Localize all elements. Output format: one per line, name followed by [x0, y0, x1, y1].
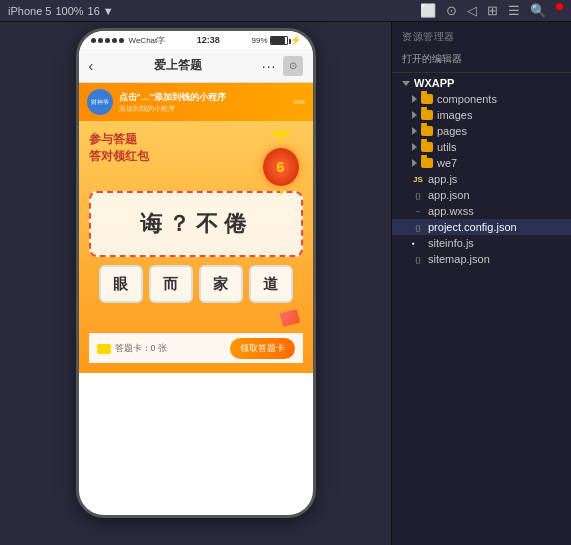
top-toolbar: iPhone 5 100% 16 ▼ ⬜ ⊙ ◁ ⊞ ☰ 🔍 — [0, 0, 571, 22]
open-editors-title[interactable]: 打开的编辑器 — [392, 48, 571, 70]
game-area: 参与答题 答对领红包 6 诲？不倦 — [79, 121, 313, 373]
file-panel: 资源管理器 打开的编辑器 WXAPP components images pag… — [391, 22, 571, 545]
battery-percent: 99% — [251, 36, 267, 45]
game-header-text: 参与答题 答对领红包 — [89, 131, 251, 165]
nav-camera-icon[interactable]: ⊙ — [283, 56, 303, 76]
tree-item-components[interactable]: components — [392, 91, 571, 107]
folder-label: we7 — [437, 157, 457, 169]
charging-icon: ⚡ — [290, 35, 301, 45]
tree-root-wxapp[interactable]: WXAPP — [392, 75, 571, 91]
tree-item-sitemap-json[interactable]: {} sitemap.json — [392, 251, 571, 267]
ticket-info: 答题卡：0 张 — [97, 342, 224, 355]
lantern-tassel — [280, 186, 282, 194]
puzzle-box: 诲？不倦 — [89, 191, 303, 257]
carrier-label: WeChat字 — [129, 35, 166, 46]
get-ticket-button[interactable]: 领取答题卡 — [230, 338, 295, 359]
tree-item-app-wxss[interactable]: ~ app.wxss — [392, 203, 571, 219]
nav-title: 爱上答题 — [93, 57, 262, 74]
game-header: 参与答题 答对领红包 6 — [89, 131, 303, 183]
lantern-decoration: 6 — [259, 131, 303, 183]
record-icon[interactable]: ⊙ — [446, 3, 457, 18]
phone-status-bar: WeChat字 12:38 99% ⚡ — [79, 31, 313, 49]
answer-option-2[interactable]: 家 — [199, 265, 243, 303]
nav-more-button[interactable]: ··· — [262, 58, 277, 74]
file-panel-title: 资源管理器 — [392, 26, 571, 48]
eraser-icon[interactable] — [279, 309, 300, 327]
folder-arrow-icon — [412, 143, 417, 151]
notification-dot — [556, 3, 563, 10]
main-area: WeChat字 12:38 99% ⚡ ‹ 爱上答题 ··· ⊙ — [0, 22, 571, 545]
version-label: 16 ▼ — [88, 5, 114, 17]
tree-item-pages[interactable]: pages — [392, 123, 571, 139]
answer-option-1[interactable]: 而 — [149, 265, 193, 303]
answer-option-0[interactable]: 眼 — [99, 265, 143, 303]
answer-options: 眼 而 家 道 — [89, 265, 303, 303]
ticket-count-label: 答题卡：0 张 — [115, 342, 168, 355]
tree-item-we7[interactable]: we7 — [392, 155, 571, 171]
answer-option-3[interactable]: 道 — [249, 265, 293, 303]
simulator-area: WeChat字 12:38 99% ⚡ ‹ 爱上答题 ··· ⊙ — [0, 22, 391, 545]
folder-icon — [421, 110, 433, 120]
eraser-area — [89, 311, 303, 325]
device-selector[interactable]: iPhone 5 100% 16 ▼ — [8, 5, 114, 17]
json-file-icon: {} — [412, 191, 424, 200]
phone-frame: WeChat字 12:38 99% ⚡ ‹ 爱上答题 ··· ⊙ — [76, 28, 316, 518]
battery-icon — [270, 36, 288, 45]
game-title-line2: 答对领红包 — [89, 148, 251, 165]
file-type-icon: ▪ — [412, 239, 424, 248]
mp-text-area: 点击"…"添加到钱的小程序 添加到我的小程序 — [119, 91, 287, 114]
mp-title: 点击"…"添加到钱的小程序 — [119, 91, 287, 104]
search-icon[interactable]: 🔍 — [530, 3, 546, 18]
tree-item-images[interactable]: images — [392, 107, 571, 123]
mp-action-button[interactable] — [293, 100, 305, 104]
root-arrow-icon — [402, 81, 410, 86]
folder-arrow-icon — [412, 95, 417, 103]
grid-icon[interactable]: ⊞ — [487, 3, 498, 18]
wxss-file-icon: ~ — [412, 207, 424, 216]
game-title-line1: 参与答题 — [89, 131, 251, 148]
mp-subtitle: 添加到我的小程序 — [119, 104, 287, 114]
signal-dots: WeChat字 — [91, 35, 166, 46]
toolbar-icons: ⬜ ⊙ ◁ ⊞ ☰ 🔍 — [420, 3, 563, 18]
tree-item-siteinfo-js[interactable]: ▪ siteinfo.js — [392, 235, 571, 251]
lantern-number: 6 — [277, 159, 285, 175]
tree-item-utils[interactable]: utils — [392, 139, 571, 155]
zoom-label: 100% — [55, 5, 83, 17]
clock-display: 12:38 — [197, 35, 220, 45]
json-file-icon: {} — [412, 223, 424, 232]
folder-icon — [421, 94, 433, 104]
js-file-icon: JS — [412, 175, 424, 184]
tree-item-project-config[interactable]: {} project.config.json — [392, 219, 571, 235]
folder-arrow-icon — [412, 111, 417, 119]
folder-arrow-icon — [412, 127, 417, 135]
folder-icon — [421, 126, 433, 136]
folder-label: utils — [437, 141, 457, 153]
back-icon[interactable]: ◁ — [467, 3, 477, 18]
folder-label: images — [437, 109, 472, 121]
folder-arrow-icon — [412, 159, 417, 167]
file-label: project.config.json — [428, 221, 517, 233]
mp-avatar-text: 财神爷 — [91, 98, 109, 107]
folder-icon — [421, 142, 433, 152]
wechat-navbar: ‹ 爱上答题 ··· ⊙ — [79, 49, 313, 83]
tree-item-app-json[interactable]: {} app.json — [392, 187, 571, 203]
file-label: sitemap.json — [428, 253, 490, 265]
device-label: iPhone 5 — [8, 5, 51, 17]
tree-item-app-js[interactable]: JS app.js — [392, 171, 571, 187]
json-file-icon: {} — [412, 255, 424, 264]
mp-avatar: 财神爷 — [87, 89, 113, 115]
monitor-icon[interactable]: ⬜ — [420, 3, 436, 18]
folder-label: components — [437, 93, 497, 105]
lantern-string — [280, 136, 282, 144]
folder-icon — [421, 158, 433, 168]
file-label: app.js — [428, 173, 457, 185]
folder-label: pages — [437, 125, 467, 137]
ticket-icon — [97, 344, 111, 354]
file-label: siteinfo.js — [428, 237, 474, 249]
game-bottom-bar: 答题卡：0 张 领取答题卡 — [89, 333, 303, 363]
mp-banner: 财神爷 点击"…"添加到钱的小程序 添加到我的小程序 — [79, 83, 313, 121]
file-label: app.json — [428, 189, 470, 201]
root-label: WXAPP — [414, 77, 454, 89]
file-label: app.wxss — [428, 205, 474, 217]
menu-icon[interactable]: ☰ — [508, 3, 520, 18]
